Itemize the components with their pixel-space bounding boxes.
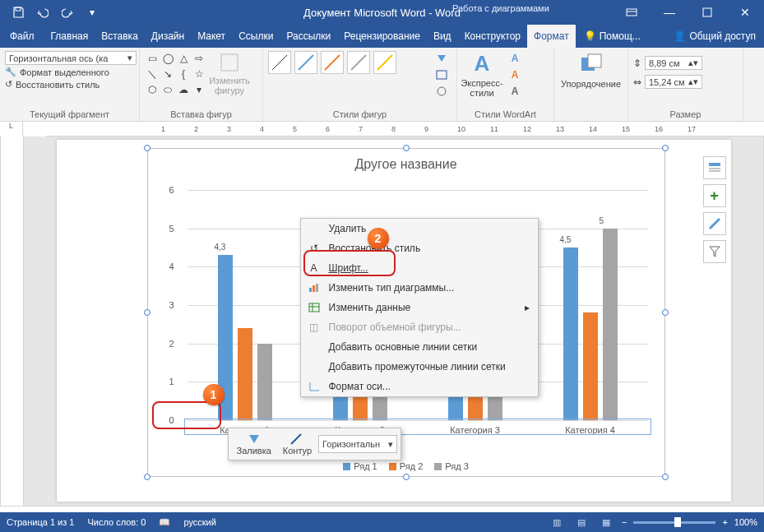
ctx-3d-rotate: ◫Поворот объемной фигуры...	[301, 317, 538, 337]
web-layout-icon[interactable]: ▦	[597, 513, 615, 531]
ctx-axis-format[interactable]: Формат оси...	[301, 377, 538, 396]
shape-fill-button[interactable]	[432, 51, 451, 66]
group-label: Вставка фигур	[145, 108, 257, 119]
page: Другое название 0123456Категория 1Катего…	[57, 140, 731, 502]
chart-title[interactable]: Другое название	[148, 149, 664, 175]
shape-tri-icon[interactable]: △	[176, 51, 191, 66]
selection-combo[interactable]: Горизонтальная ось (ка▾	[5, 51, 137, 65]
close-icon[interactable]: ✕	[726, 0, 764, 25]
height-input[interactable]: 8,89 см▴▾	[645, 56, 702, 70]
page-number[interactable]: Страница 1 из 1	[7, 517, 74, 527]
layout-options-button[interactable]	[703, 156, 726, 179]
ctx-minor-grid[interactable]: Добавить промежуточные линии сетки	[301, 357, 538, 377]
tab-constructor[interactable]: Конструктор	[458, 25, 527, 48]
text-outline-button[interactable]: A	[505, 67, 525, 82]
tab-file[interactable]: Файл	[0, 25, 44, 48]
svg-line-5	[299, 55, 313, 70]
ctx-major-grid[interactable]: Добавить основные линии сетки	[301, 337, 538, 357]
document-title: Документ Microsoft Word - Word	[303, 7, 461, 19]
chart-elements-button[interactable]: +	[703, 184, 726, 207]
zoom-in-icon[interactable]: +	[722, 517, 727, 527]
shape-outline-button[interactable]	[432, 67, 451, 82]
chart-filters-button[interactable]	[703, 240, 726, 263]
chart-styles-button[interactable]	[703, 212, 726, 235]
tab-mailings[interactable]: Рассылки	[280, 25, 337, 48]
text-effects-button[interactable]: A	[505, 84, 525, 99]
badge-2: 2	[368, 228, 389, 249]
language[interactable]: русский	[183, 517, 215, 527]
context-tab-title: Работа с диаграммами	[444, 0, 558, 16]
read-mode-icon[interactable]: ▥	[548, 513, 566, 531]
reset-icon: ↺	[5, 79, 12, 90]
group-label: Текущий фрагмент	[5, 108, 134, 119]
share-button[interactable]: 👤Общий доступ	[665, 25, 764, 48]
tab-design[interactable]: Дизайн	[145, 25, 191, 48]
zoom-slider[interactable]	[633, 521, 715, 524]
vertical-ruler[interactable]	[1, 136, 24, 506]
tab-format[interactable]: Формат	[527, 25, 576, 48]
save-icon[interactable]	[7, 1, 30, 24]
ribbon: Горизонтальная ось (ка▾ 🔧Формат выделенн…	[0, 48, 764, 122]
tab-home[interactable]: Главная	[44, 25, 95, 48]
group-label: Размер	[633, 108, 738, 119]
mini-outline-button[interactable]: Контур	[278, 431, 317, 457]
ctx-change-data[interactable]: Изменить данные▸	[301, 298, 538, 317]
qat-dropdown-icon[interactable]: ▾	[81, 1, 104, 24]
svg-rect-12	[588, 54, 601, 67]
rotate-3d-icon: ◫	[308, 321, 321, 334]
shape-star-icon[interactable]: ☆	[192, 67, 206, 81]
svg-rect-16	[316, 284, 318, 292]
shape-rect-icon[interactable]: ▭	[145, 51, 160, 66]
chevron-right-icon: ▸	[525, 302, 530, 313]
change-shape-button[interactable]: Изменить фигуру	[210, 51, 249, 95]
minimize-icon[interactable]: —	[651, 0, 688, 25]
zoom-out-icon[interactable]: −	[622, 517, 627, 527]
shape-hex-icon[interactable]: ⬡	[145, 82, 160, 97]
ctx-change-type[interactable]: Изменить тип диаграммы...	[301, 278, 538, 298]
tab-references[interactable]: Ссылки	[232, 25, 280, 48]
wordart-styles-button[interactable]: AЭкспресс-стили	[462, 51, 502, 98]
shape-effects-button[interactable]	[432, 84, 451, 99]
shape-oval-icon[interactable]: ◯	[160, 51, 175, 66]
format-selection-button[interactable]: 🔧Формат выделенного	[5, 67, 109, 77]
horizontal-ruler[interactable]: 1234567891011121314151617	[46, 122, 764, 136]
shape-cloud-icon[interactable]: ☁	[176, 82, 191, 97]
shape-arrow-icon[interactable]: ⇨	[192, 51, 206, 66]
chart-legend[interactable]: Ряд 1 Ряд 2 Ряд 3	[148, 461, 664, 471]
shape-cyl-icon[interactable]: ⬭	[160, 82, 175, 97]
title-bar: ▾ Документ Microsoft Word - Word Работа …	[0, 0, 764, 25]
maximize-icon[interactable]	[688, 0, 726, 25]
proofing-icon[interactable]: 📖	[159, 517, 170, 528]
mini-toolbar: Заливка Контур Горизонтальн▾	[228, 428, 402, 460]
ctx-delete[interactable]: Удалить	[301, 219, 538, 238]
text-fill-button[interactable]: A	[505, 51, 525, 66]
zoom-level[interactable]: 100%	[734, 517, 757, 527]
word-count[interactable]: Число слов: 0	[87, 517, 146, 527]
shape-line-icon[interactable]: ＼	[145, 67, 160, 81]
shape-more-icon[interactable]: ▾	[192, 82, 206, 97]
share-icon: 👤	[674, 30, 686, 42]
tab-view[interactable]: Вид	[427, 25, 458, 48]
ribbon-options-icon[interactable]	[613, 0, 651, 25]
shape-brace-icon[interactable]: {	[176, 67, 191, 81]
tell-me[interactable]: 💡Помощ...	[576, 25, 649, 48]
svg-rect-9	[437, 71, 447, 79]
chevron-down-icon: ▾	[388, 439, 393, 450]
reset-style-button[interactable]: ↺Восстановить стиль	[5, 79, 100, 90]
width-icon: ⇔	[633, 76, 641, 88]
arrange-button[interactable]: Упорядочение	[572, 51, 611, 89]
redo-icon[interactable]	[56, 1, 79, 24]
shape-arrow2-icon[interactable]: ↘	[160, 67, 175, 81]
mini-combo[interactable]: Горизонтальн▾	[318, 435, 397, 453]
tab-layout[interactable]: Макет	[191, 25, 232, 48]
tab-insert[interactable]: Вставка	[95, 25, 145, 48]
undo-icon[interactable]	[31, 1, 54, 24]
shape-styles-gallery[interactable]	[268, 51, 428, 74]
tab-review[interactable]: Рецензирование	[337, 25, 427, 48]
width-input[interactable]: 15,24 см▴▾	[645, 75, 702, 89]
print-layout-icon[interactable]: ▤	[572, 513, 590, 531]
mini-fill-button[interactable]: Заливка	[232, 431, 276, 457]
badge-1: 1	[203, 384, 225, 405]
svg-rect-14	[309, 288, 312, 292]
axis-icon	[308, 380, 321, 393]
